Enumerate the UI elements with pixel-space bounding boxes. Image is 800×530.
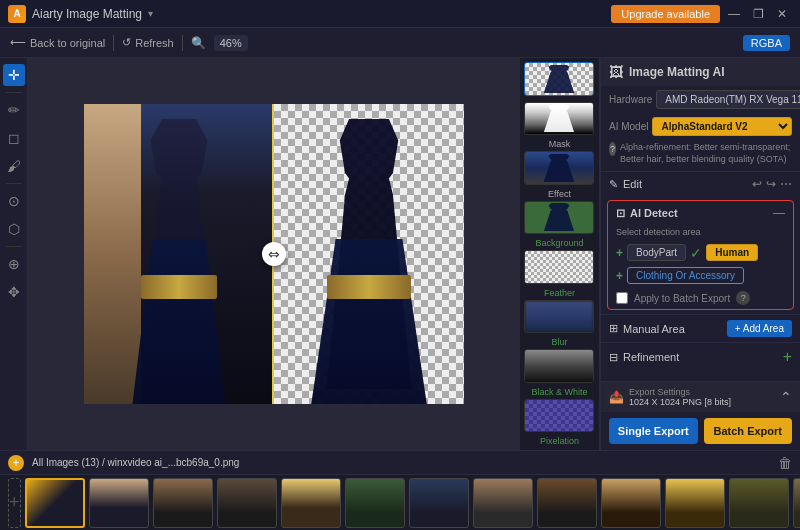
thumb-background[interactable] — [524, 201, 594, 235]
add-clothing-button[interactable]: + — [616, 269, 623, 283]
brush-tool-button[interactable]: ✏ — [3, 99, 25, 121]
close-button[interactable]: ✕ — [772, 4, 792, 24]
matting-icon: 🖼 — [609, 64, 623, 80]
thumb-blur-label: Blur — [524, 337, 595, 347]
paint-tool-button[interactable]: 🖌 — [3, 155, 25, 177]
batch-export-checkbox[interactable] — [616, 292, 628, 304]
refresh-button[interactable]: ↺ Refresh — [122, 36, 174, 49]
tool-separator — [6, 92, 22, 93]
main-layout: ✛ ✏ ◻ 🖌 ⊙ ⬡ ⊕ ✥ — [0, 58, 800, 450]
select-tool-button[interactable]: ✛ — [3, 64, 25, 86]
export-settings-up-icon[interactable]: ⌃ — [780, 389, 792, 405]
trash-icon[interactable]: 🗑 — [778, 455, 792, 471]
clothing-tag[interactable]: Clothing Or Accessory — [627, 267, 744, 284]
model-label: AI Model — [609, 121, 648, 132]
batch-export-button[interactable]: Batch Export — [704, 418, 793, 444]
titlebar-left: A Aiarty Image Matting ▾ — [8, 5, 153, 23]
thumb-blur[interactable] — [524, 300, 594, 334]
eraser-tool-button[interactable]: ◻ — [3, 127, 25, 149]
refresh-label: Refresh — [135, 37, 174, 49]
body-part-tag[interactable]: BodyPart — [627, 244, 686, 261]
checkmark-icon: ✓ — [690, 245, 702, 261]
lasso-tool-button[interactable]: ⊙ — [3, 190, 25, 212]
edit-actions: ↩ ↪ ⋯ — [752, 177, 792, 191]
back-to-original-button[interactable]: ⟵ Back to original — [10, 36, 105, 49]
info-icon[interactable]: ? — [609, 142, 616, 156]
thumb-bw[interactable] — [524, 349, 594, 383]
thumb-rgba[interactable] — [524, 62, 594, 96]
hardware-select[interactable]: AMD Radeon(TM) RX Vega 11 G — [656, 90, 800, 109]
breadcrumb: All Images (13) / winxvideo ai_...bcb69a… — [32, 457, 770, 468]
export-buttons-row: Single Export Batch Export — [601, 412, 800, 450]
film-thumb-5[interactable] — [345, 478, 405, 528]
left-toolbar: ✛ ✏ ◻ 🖌 ⊙ ⬡ ⊕ ✥ — [0, 58, 28, 450]
ai-detect-title: ⊡ AI Detect — [616, 207, 678, 220]
thumb-feather-label: Feather — [524, 288, 595, 298]
film-thumb-11[interactable] — [729, 478, 789, 528]
minimize-button[interactable]: — — [724, 4, 744, 24]
film-thumb-12[interactable] — [793, 478, 800, 528]
film-thumb-4[interactable] — [281, 478, 341, 528]
thumb-bg-label: Background — [524, 238, 595, 248]
film-thumb-9[interactable] — [601, 478, 661, 528]
film-thumb-3[interactable] — [217, 478, 277, 528]
model-select[interactable]: AlphaStandard V2 — [652, 117, 792, 136]
film-thumb-6[interactable] — [409, 478, 469, 528]
tool-separator2 — [6, 183, 22, 184]
film-thumb-0[interactable] — [25, 478, 85, 528]
film-thumb-1[interactable] — [89, 478, 149, 528]
tool-separator3 — [6, 246, 22, 247]
rgba-badge[interactable]: RGBA — [743, 35, 790, 51]
zoom-tool-button[interactable]: ⊕ — [3, 253, 25, 275]
refinement-add-icon[interactable]: + — [783, 348, 792, 366]
clothing-row: + Clothing Or Accessory — [608, 264, 793, 287]
manual-area-title: ⊞ Manual Area — [609, 322, 685, 335]
undo-button[interactable]: ↩ — [752, 177, 762, 191]
hardware-label: Hardware — [609, 94, 652, 105]
redo-button[interactable]: ↪ — [766, 177, 776, 191]
thumb-effect[interactable] — [524, 151, 594, 185]
app-logo: A — [8, 5, 26, 23]
manual-label: Manual Area — [623, 323, 685, 335]
batch-help-icon[interactable]: ? — [736, 291, 750, 305]
export-settings-block: Export Settings 1024 X 1024 PNG [8 bits] — [629, 387, 731, 407]
thumb-mask-label: Mask — [524, 139, 595, 149]
film-add-button[interactable]: + — [8, 478, 21, 528]
add-images-button[interactable]: + — [8, 455, 24, 471]
separator2 — [182, 35, 183, 51]
film-thumb-2[interactable] — [153, 478, 213, 528]
edit-label: Edit — [623, 178, 642, 190]
thumb-pixelation[interactable] — [524, 399, 594, 433]
human-tag[interactable]: Human — [706, 244, 758, 261]
thumb-mask[interactable] — [524, 102, 594, 136]
canvas-area[interactable]: ⇔ — [28, 58, 520, 450]
bottom-toolbar: + All Images (13) / winxvideo ai_...bcb6… — [0, 451, 800, 475]
add-body-part-button[interactable]: + — [616, 246, 623, 260]
more-icon: ⋯ — [780, 177, 792, 191]
maximize-button[interactable]: ❐ — [748, 4, 768, 24]
move-tool-button[interactable]: ✥ — [3, 281, 25, 303]
refinement-label: Refinement — [623, 351, 679, 363]
add-area-button[interactable]: + Add Area — [727, 320, 792, 337]
film-thumb-10[interactable] — [665, 478, 725, 528]
upgrade-button[interactable]: Upgrade available — [611, 5, 720, 23]
single-export-button[interactable]: Single Export — [609, 418, 698, 444]
manual-area-section: ⊞ Manual Area + Add Area — [601, 314, 800, 342]
ai-detect-collapse[interactable]: — — [773, 206, 785, 220]
batch-label: Apply to Batch Export — [634, 293, 730, 304]
toolbar-left: ⟵ Back to original ↺ Refresh 🔍 46% — [10, 35, 735, 51]
refinement-section: ⊟ Refinement + — [601, 342, 800, 371]
ai-detect-subtitle: Select detection area — [608, 225, 793, 241]
hardware-row: Hardware AMD Radeon(TM) RX Vega 11 G — [601, 86, 800, 113]
polygon-tool-button[interactable]: ⬡ — [3, 218, 25, 240]
film-thumb-7[interactable] — [473, 478, 533, 528]
model-desc-row: ? Alpha-refinement: Better semi-transpar… — [601, 140, 800, 171]
film-thumb-8[interactable] — [537, 478, 597, 528]
filename-label: winxvideo ai_...bcb69a_0.png — [108, 457, 240, 468]
zoom-level[interactable]: 46% — [214, 35, 248, 51]
thumb-feather[interactable] — [524, 250, 594, 284]
spacer — [601, 371, 800, 381]
bottom-bar: + All Images (13) / winxvideo ai_...bcb6… — [0, 450, 800, 530]
split-handle[interactable]: ⇔ — [262, 242, 286, 266]
right-panel: 🖼 Image Matting AI Hardware AMD Radeon(T… — [600, 58, 800, 450]
